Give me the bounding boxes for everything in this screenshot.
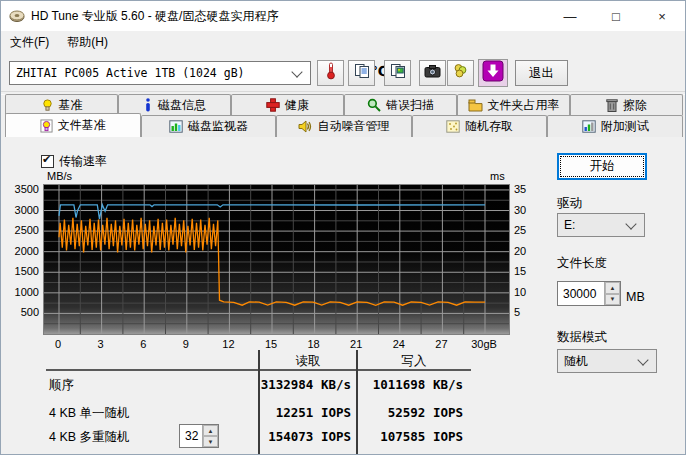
- tab-label: 擦除: [623, 97, 647, 114]
- drive-select-value: ZHITAI PC005 Active 1TB (1024 gB): [10, 66, 289, 80]
- tab-label: 文件夹占用率: [488, 97, 560, 114]
- magnifier-icon: [367, 98, 381, 112]
- thermometer-icon: [325, 62, 337, 84]
- start-button[interactable]: 开始: [557, 153, 647, 180]
- copy-text-icon: [354, 63, 370, 83]
- tab-r1-基准[interactable]: 基准: [5, 94, 118, 115]
- tab-r2-随机存取[interactable]: 随机存取: [412, 115, 548, 137]
- tab-label: 磁盘监视器: [188, 118, 248, 135]
- close-button[interactable]: ×: [639, 1, 685, 31]
- download-button[interactable]: [478, 59, 508, 87]
- x-axis-tick-label: 24: [379, 338, 419, 350]
- tab-label: 自动噪音管理: [317, 118, 389, 135]
- left-axis-unit: MB/s: [47, 170, 72, 182]
- tab-r2-磁盘监视器[interactable]: 磁盘监视器: [141, 115, 277, 137]
- exit-button[interactable]: 退出: [515, 60, 568, 86]
- write-column-header: 写入: [364, 353, 464, 370]
- tab-r2-文件基准[interactable]: 文件基准: [5, 113, 141, 137]
- menu-item-help[interactable]: 帮助(H): [58, 32, 117, 53]
- tab-label: 磁盘信息: [158, 97, 206, 114]
- file-length-label: 文件长度: [557, 255, 607, 272]
- tab-r2-自动噪音管理[interactable]: 自动噪音管理: [276, 115, 412, 137]
- transfer-rate-chart: [43, 184, 510, 335]
- left-axis-tick-label: 2000: [5, 245, 39, 257]
- chevron-down-icon: [637, 354, 648, 365]
- extra-tests-icon: [582, 120, 596, 133]
- result-write-value: 1011698 KB/s: [333, 377, 463, 392]
- right-axis-tick-label: 15: [514, 265, 544, 277]
- file-length-value: 30000: [558, 282, 604, 305]
- transfer-rate-checkbox[interactable]: ✔ 传输速率: [41, 153, 107, 170]
- spinner-buttons: ▲ ▼: [604, 282, 620, 305]
- result-row-label: 顺序: [49, 377, 74, 394]
- x-axis-tick-label: 9: [166, 338, 206, 350]
- chevron-down-icon: [625, 218, 636, 229]
- spin-down-icon[interactable]: ▼: [203, 436, 218, 447]
- copy-image-button[interactable]: [384, 60, 411, 86]
- trash-icon: [606, 98, 618, 112]
- tab-label: 附加测试: [601, 118, 649, 135]
- queue-depth-spinner[interactable]: 32▲▼: [179, 424, 219, 448]
- result-read-value: 154073 IOPS: [221, 429, 351, 444]
- x-axis-tick-label: 12: [208, 338, 248, 350]
- x-axis-tick-label: 18: [294, 338, 334, 350]
- folder-icon: [468, 99, 483, 112]
- random-dots-icon: [446, 120, 460, 133]
- drive-combobox[interactable]: E:: [557, 213, 645, 237]
- file-length-unit: MB: [626, 290, 645, 304]
- checkbox-box: ✔: [41, 155, 54, 168]
- file-benchmark-panel: ✔ 传输速率 MB/s ms 3500300025002000150010005…: [1, 137, 686, 455]
- data-mode-combobox[interactable]: 随机: [557, 349, 657, 373]
- drive-select-combobox[interactable]: ZHITAI PC005 Active 1TB (1024 gB): [9, 61, 311, 85]
- x-axis-tick-label: 0: [38, 338, 78, 350]
- drive-value: E:: [558, 218, 623, 232]
- x-axis-tick-label: 27: [421, 338, 461, 350]
- result-read-value: 3132984 KB/s: [221, 377, 351, 392]
- spin-up-icon[interactable]: ▲: [605, 282, 620, 294]
- x-axis-tick-label: 21: [336, 338, 376, 350]
- drive-label: 驱动: [557, 195, 582, 212]
- tab-r1-文件夹占用率[interactable]: 文件夹占用率: [457, 94, 570, 115]
- result-write-value: 52592 IOPS: [333, 405, 463, 420]
- queue-depth-value: 32: [180, 425, 202, 447]
- tab-r1-健康[interactable]: 健康: [231, 94, 344, 115]
- left-axis-tick-label: 1000: [5, 286, 39, 298]
- read-column-header: 读取: [258, 353, 358, 370]
- copy-text-button[interactable]: [348, 60, 375, 86]
- tab-r1-磁盘信息[interactable]: 磁盘信息: [118, 94, 231, 115]
- x-axis-tick-label: 3: [81, 338, 121, 350]
- right-axis-tick-label: 25: [514, 224, 544, 236]
- temperature-button[interactable]: [317, 60, 344, 86]
- minimize-button[interactable]: —: [547, 1, 593, 31]
- screenshot-camera-button[interactable]: [419, 60, 446, 86]
- chart-plot-area: [44, 185, 509, 334]
- spin-down-icon[interactable]: ▼: [605, 294, 620, 306]
- x-axis-tick-label: 15: [251, 338, 291, 350]
- spin-up-icon[interactable]: ▲: [203, 425, 218, 436]
- app-icon: [9, 8, 25, 24]
- menu-item-file[interactable]: 文件(F): [1, 32, 58, 53]
- x-axis-end-label: 30gB: [464, 338, 504, 350]
- left-axis-tick-label: 3500: [5, 183, 39, 195]
- tab-r1-错误扫描[interactable]: 错误扫描: [344, 94, 457, 115]
- tab-label: 健康: [285, 97, 309, 114]
- titlebar: HD Tune 专业版 5.60 - 硬盘/固态硬盘实用程序 — □ ×: [1, 1, 685, 31]
- info-icon: [143, 98, 153, 112]
- hdtune-window: HD Tune 专业版 5.60 - 硬盘/固态硬盘实用程序 — □ × 文件(…: [0, 0, 686, 455]
- tab-r1-擦除[interactable]: 擦除: [570, 94, 683, 115]
- x-axis-tick-label: 6: [123, 338, 163, 350]
- donate-button[interactable]: [447, 60, 474, 86]
- maximize-button[interactable]: □: [593, 1, 639, 31]
- result-write-value: 107585 IOPS: [333, 429, 463, 444]
- screenshot-camera-icon: [424, 64, 441, 82]
- right-axis-tick-label: 10: [514, 286, 544, 298]
- tab-label: 文件基准: [58, 117, 106, 134]
- tab-row-1: 基准磁盘信息健康错误扫描文件夹占用率擦除: [5, 94, 683, 115]
- data-mode-label: 数据模式: [557, 329, 607, 346]
- speaker-icon: [298, 120, 312, 133]
- file-length-spinner[interactable]: 30000 ▲ ▼: [557, 281, 621, 306]
- tab-label: 基准: [59, 97, 83, 114]
- right-axis-unit: ms: [490, 170, 505, 182]
- lightbulb-icon: [41, 98, 54, 112]
- tab-r2-附加测试[interactable]: 附加测试: [547, 115, 683, 137]
